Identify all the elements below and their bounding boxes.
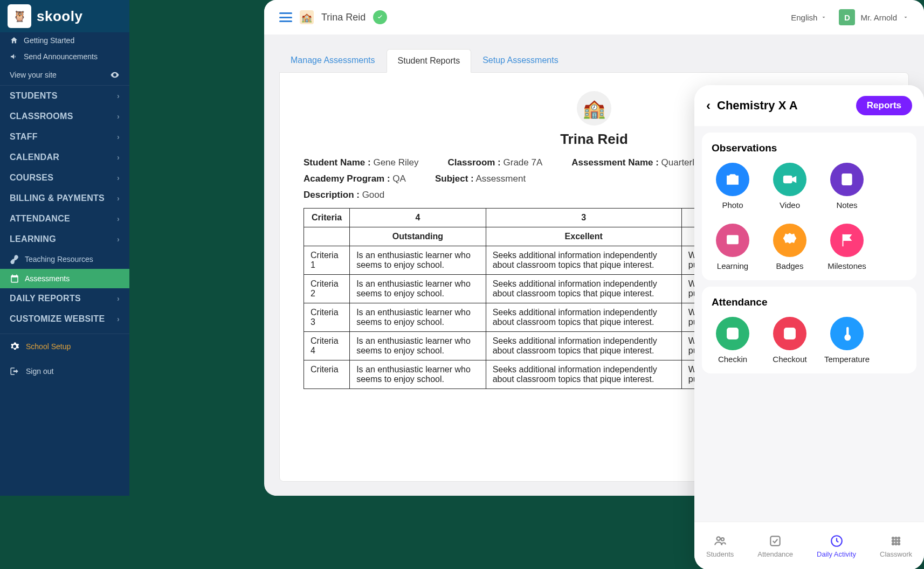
gear-icon <box>10 342 19 351</box>
tab-setup-assessments[interactable]: Setup Assessments <box>471 48 570 72</box>
nav-item-billing-payments[interactable]: BILLING & PAYMENTS› <box>0 188 129 209</box>
back-button[interactable]: ‹ <box>706 98 711 113</box>
bottom-tab-students[interactable]: Students <box>706 534 734 558</box>
tile-label: Checkin <box>718 355 747 364</box>
menu-toggle[interactable] <box>279 12 292 22</box>
rating-excellent: Excellent <box>486 227 681 246</box>
tile-photo[interactable]: Photo <box>712 163 754 210</box>
chevron-right-icon: › <box>117 174 120 182</box>
view-site-link[interactable]: View your site <box>0 65 129 86</box>
rating-outstanding: Outstanding <box>350 227 486 246</box>
tile-badges[interactable]: Badges <box>769 224 811 270</box>
sidebar-sub-assessments[interactable]: Assessments <box>0 269 129 288</box>
avatar: D <box>839 9 855 25</box>
send-announcements-link[interactable]: Send Announcements <box>0 48 129 65</box>
nav-item-attendance[interactable]: ATTENDANCE› <box>0 209 129 229</box>
subject-value: Assessment <box>476 174 526 184</box>
tab-student-reports[interactable]: Student Reports <box>387 49 472 73</box>
tile-video[interactable]: Video <box>769 163 811 210</box>
nav-label: CLASSROOMS <box>10 112 73 121</box>
breadcrumb-student: Trina Reid <box>321 12 366 23</box>
svg-point-9 <box>721 538 723 540</box>
svg-point-7 <box>846 336 849 338</box>
tile-label: Notes <box>836 200 857 210</box>
nav-label: CUSTOMIZE WEBSITE <box>10 314 105 324</box>
tile-checkin[interactable]: Checkin <box>712 317 754 364</box>
tile-temperature[interactable]: Temperature <box>826 317 868 364</box>
owl-icon: 🦉 <box>8 4 31 28</box>
cell-3: Seeks additional information independent… <box>486 303 681 332</box>
tile-notes[interactable]: Notes <box>826 163 868 210</box>
temperature-icon <box>830 317 864 350</box>
classroom-value: Grade 7A <box>504 157 543 168</box>
bottom-tab-daily-activity[interactable]: Daily Activity <box>817 534 856 558</box>
nav-item-classrooms[interactable]: CLASSROOMS› <box>0 106 129 127</box>
video-icon <box>773 163 806 196</box>
panel-title: Chemistry X A <box>717 99 798 113</box>
tile-milestones[interactable]: Milestones <box>826 224 868 270</box>
tile-label: Checkout <box>773 355 806 364</box>
sidebar-sub-teaching-resources[interactable]: Teaching Resources <box>0 249 129 269</box>
setup-label: School Setup <box>26 342 71 351</box>
school-setup-link[interactable]: School Setup <box>0 334 129 359</box>
criteria-name: Criteria 3 <box>304 303 350 332</box>
signout-label: Sign out <box>26 367 53 376</box>
checkout-icon <box>773 317 806 350</box>
brand-name: skooly <box>37 8 82 25</box>
language-select[interactable]: English <box>791 13 827 22</box>
chevron-right-icon: › <box>117 153 120 162</box>
students-icon <box>713 534 727 548</box>
tile-label: Photo <box>722 200 743 210</box>
nav-item-staff[interactable]: STAFF› <box>0 127 129 147</box>
nav-item-students[interactable]: STUDENTS› <box>0 86 129 106</box>
reports-button[interactable]: Reports <box>856 96 912 115</box>
sign-out-link[interactable]: Sign out <box>0 359 129 384</box>
tab-manage-assessments[interactable]: Manage Assessments <box>279 48 387 72</box>
user-menu[interactable]: D Mr. Arnold <box>839 9 909 25</box>
chevron-right-icon: › <box>117 112 120 121</box>
criteria-name: Criteria 4 <box>304 332 350 360</box>
chevron-right-icon: › <box>117 194 120 203</box>
observations-section: Observations PhotoVideoNotesLearningBadg… <box>702 133 916 280</box>
link-icon <box>10 254 19 264</box>
nav-item-calendar[interactable]: CALENDAR› <box>0 147 129 168</box>
cell-3: Seeks additional information independent… <box>486 275 681 303</box>
cell-3: Seeks additional information independent… <box>486 360 681 389</box>
learning-icon <box>716 224 749 257</box>
svg-point-16 <box>895 540 897 542</box>
assessment-label: Assessment Name : <box>571 157 659 168</box>
description-label: Description : <box>304 190 360 200</box>
nav-item-daily-reports[interactable]: DAILY REPORTS› <box>0 288 129 309</box>
school-icon: 🏫 <box>300 10 314 24</box>
svg-point-20 <box>898 543 900 545</box>
sidebar: 🦉 skooly Getting Started Send Announceme… <box>0 0 129 496</box>
sub-label: Teaching Resources <box>25 255 93 263</box>
grid-icon <box>889 534 903 548</box>
tab-label: Daily Activity <box>817 550 856 558</box>
svg-rect-10 <box>771 536 780 545</box>
tile-learning[interactable]: Learning <box>712 224 754 270</box>
nav-item-learning[interactable]: LEARNING› <box>0 229 129 249</box>
tile-checkout[interactable]: Checkout <box>769 317 811 364</box>
getting-started-link[interactable]: Getting Started <box>0 32 129 48</box>
classroom-label: Classroom : <box>448 157 501 168</box>
svg-rect-3 <box>727 235 738 244</box>
nav-item-courses[interactable]: COURSES› <box>0 168 129 188</box>
nav-label: BILLING & PAYMENTS <box>10 193 105 203</box>
panel-bottom-nav: Students Attendance Daily Activity Class… <box>694 522 924 569</box>
cell-3: Seeks additional information independent… <box>486 246 681 275</box>
bottom-tab-classwork[interactable]: Classwork <box>880 534 912 558</box>
attendance-section: Attendance CheckinCheckoutTemperature <box>702 287 916 373</box>
student-name-value: Gene Riley <box>373 157 418 168</box>
chevron-down-icon <box>820 14 827 20</box>
check-icon <box>768 534 782 548</box>
chevron-right-icon: › <box>117 92 120 100</box>
nav-item-customize-website[interactable]: CUSTOMIZE WEBSITE› <box>0 309 129 329</box>
sub-label: Assessments <box>25 274 70 283</box>
svg-rect-1 <box>784 176 792 183</box>
chevron-right-icon: › <box>117 235 120 244</box>
verified-icon <box>373 10 387 24</box>
program-value: QA <box>392 174 406 184</box>
bottom-tab-attendance[interactable]: Attendance <box>757 534 793 558</box>
tabs: Manage Assessments Student Reports Setup… <box>264 34 924 72</box>
